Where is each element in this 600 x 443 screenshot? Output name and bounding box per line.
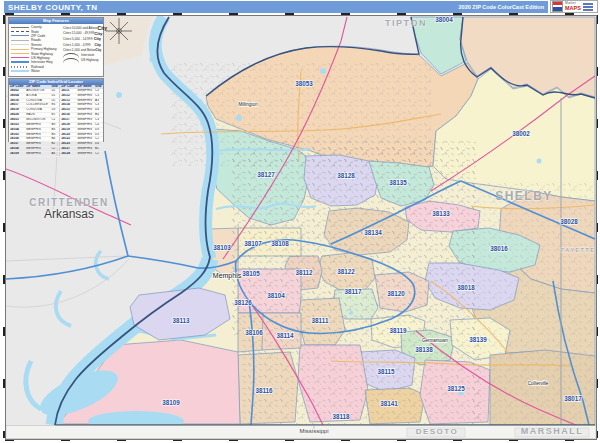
county-label: SHELBY [495, 189, 553, 203]
zip-label-38002: 38002 [512, 130, 530, 137]
legend-row: Water [11, 69, 61, 73]
zip-label-38113: 38113 [172, 317, 190, 324]
zip-label-38119: 38119 [389, 327, 407, 334]
zip-label-38134: 38134 [364, 229, 382, 236]
legend-city-list: Cities 50,000 and AboveCityCities 15,000… [63, 25, 101, 73]
zip-label-38017: 38017 [564, 395, 582, 402]
zip-label-38138: 38138 [415, 346, 433, 353]
zip-label-38018: 38018 [457, 284, 475, 291]
zip-label-38117: 38117 [344, 288, 362, 295]
zip-label-38133: 38133 [432, 210, 450, 217]
legend-city-class: Cities 15,000 - 49,999City [63, 31, 101, 37]
zip-label-38114: 38114 [276, 332, 294, 339]
zip-label-38116: 38116 [255, 387, 273, 394]
legend-city-class: Cities 50,000 and AboveCity [63, 25, 101, 31]
city-label: Millington [238, 102, 258, 107]
logo-text: MAPS [565, 6, 581, 12]
zip-label-38028: 38028 [560, 218, 578, 225]
roads-line-sample [11, 40, 29, 41]
zip-line-sample [11, 35, 29, 36]
page-title: SHELBY COUNTY, TN [8, 3, 97, 12]
zip-label-38122: 38122 [337, 268, 355, 275]
legend-feature-list: CountyStateZIP CodeRoadsStreetsPrimary H… [11, 25, 61, 73]
zip-label-38118: 38118 [332, 413, 350, 420]
county-label: MARSHALL [521, 426, 584, 436]
legend-city-class: Cities 5,000 - 14,999City [63, 36, 101, 42]
zip-label-38109: 38109 [162, 399, 180, 406]
ushwy-line-sample [11, 57, 29, 58]
zip-label-38115: 38115 [377, 368, 395, 375]
primary-line-sample [11, 49, 29, 50]
zip-index-table: ZIP CodeZIP NameGridZIP CodeZIP NameGrid… [9, 85, 103, 157]
edition-label: 2020 ZIP Code ColorCast Edition [459, 4, 544, 10]
zip-label-38126: 38126 [234, 299, 252, 306]
rail-line-sample [11, 66, 29, 68]
marketmaps-logo: Market MAPS [550, 0, 598, 13]
interstate-line-sample [11, 61, 29, 63]
zip-label-38053: 38053 [295, 80, 313, 87]
zip-label-38112: 38112 [295, 269, 313, 276]
zip-label-38139: 38139 [469, 336, 487, 343]
city-label: Memphis [213, 272, 242, 280]
city-label: Germantown [422, 338, 448, 343]
legend-city-class: Cities 1,000 - 4,999City [63, 42, 101, 48]
zip-label-38108: 38108 [271, 240, 289, 247]
zip-label-38106: 38106 [245, 329, 263, 336]
title-bar: SHELBY COUNTY, TN 2020 ZIP Code ColorCas… [4, 1, 548, 13]
state-line-sample [11, 31, 29, 32]
zip-label-38125: 38125 [447, 385, 465, 392]
index-row: 38109MEMPHISA438128MEMPHISC2 [9, 152, 103, 157]
logo-flag-icon [552, 1, 563, 12]
zip-label-38120: 38120 [387, 290, 405, 297]
county-label: FAYETTE [561, 247, 596, 253]
county-label: DESOTO [416, 427, 459, 436]
zip-label-38127: 38127 [257, 171, 275, 178]
water-line-sample [11, 70, 29, 72]
statehwy-line-sample [11, 53, 29, 54]
streets-line-sample [11, 44, 29, 45]
state-label: Arkansas [44, 207, 94, 221]
map-document: SHELBY COUNTY, TN 2020 ZIP Code ColorCas… [0, 0, 600, 443]
bracket-icon [63, 58, 79, 63]
legend-panel: Map Features CountyStateZIP CodeRoadsStr… [8, 17, 104, 77]
zip-label-38135: 38135 [389, 179, 407, 186]
zip-label-38105: 38105 [242, 270, 260, 277]
zip-label-38103: 38103 [213, 244, 231, 251]
zip-label-38128: 38128 [337, 172, 355, 179]
city-label: Collierville [528, 381, 549, 386]
zip-label-38004: 38004 [435, 16, 453, 23]
county-line-sample [11, 27, 29, 28]
zip-label-38016: 38016 [490, 245, 508, 252]
logo-badge-icon [583, 2, 593, 11]
legend-shield-row: US Highway [63, 58, 101, 63]
county-label: TIPTON [385, 18, 427, 28]
zip-label-38111: 38111 [312, 317, 329, 324]
zip-label-38141: 38141 [380, 400, 398, 407]
zip-label-38104: 38104 [267, 292, 285, 299]
zip-index-panel: ZIP Code Index/Grid Locator ZIP CodeZIP … [8, 78, 104, 142]
zip-label-38107: 38107 [244, 240, 262, 247]
state-label: Mississippi [299, 428, 328, 434]
